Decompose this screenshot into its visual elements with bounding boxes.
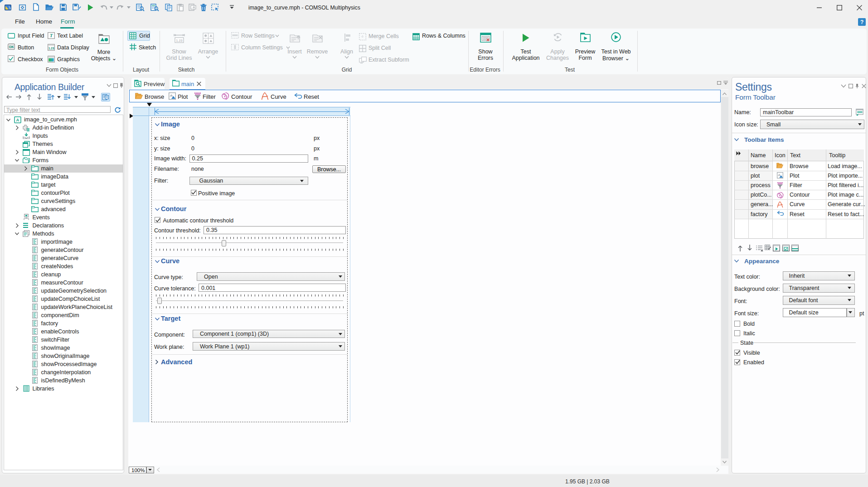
svg-text:1.23: 1.23 — [176, 39, 183, 43]
svg-text:OK: OK — [9, 45, 14, 49]
svg-text:1.23: 1.23 — [48, 47, 54, 50]
svg-text:A: A — [16, 117, 19, 122]
svg-text:T: T — [50, 33, 53, 38]
